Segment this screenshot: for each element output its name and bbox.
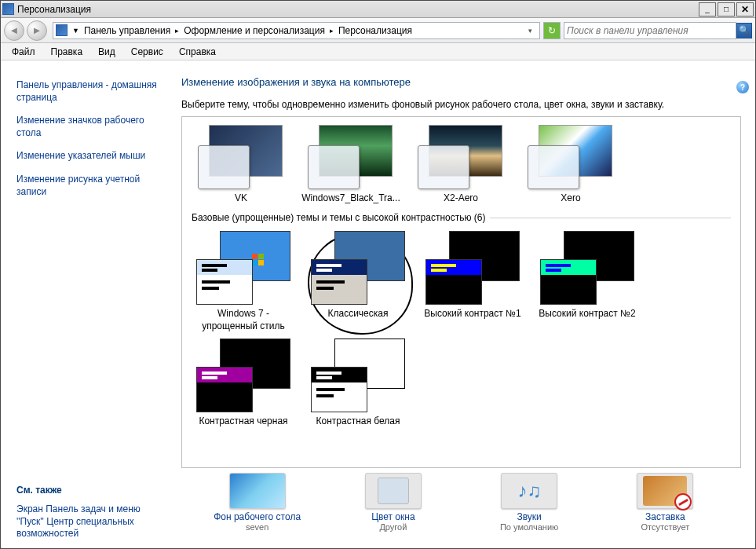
theme-thumb	[418, 125, 504, 189]
sidebar-link-icons[interactable]: Изменение значков рабочего стола	[16, 115, 163, 139]
footer-item-wallpaper[interactable]: Фон рабочего стола seven	[203, 473, 312, 540]
window-titlebar-preview	[197, 368, 252, 382]
forward-button[interactable]: ►	[27, 20, 47, 41]
search-input[interactable]	[567, 25, 733, 36]
search-box[interactable]	[564, 22, 736, 39]
footer-label: Звуки	[517, 511, 541, 522]
window-titlebar-preview	[426, 260, 481, 275]
breadcrumb[interactable]: ▼ Панель управления ▸ Оформление и персо…	[53, 22, 540, 39]
theme-item[interactable]: Xero	[521, 125, 620, 204]
theme-thumb	[308, 125, 394, 189]
breadcrumb-item-2[interactable]: Персонализация	[336, 25, 415, 36]
sidebar: Панель управления - домашняя страница Из…	[1, 60, 173, 548]
screensaver-icon	[637, 473, 693, 509]
footer-sub: seven	[246, 522, 268, 532]
minimize-button[interactable]: _	[699, 2, 716, 16]
footer-sub: Отсутствует	[641, 522, 690, 532]
theme-thumb	[198, 125, 284, 189]
theme-row-installed: VK Windows7_Black_Tra... X2-Aero Xero	[190, 122, 732, 207]
theme-item[interactable]: Высокий контраст №2	[535, 231, 639, 332]
group-basic-text: Базовые (упрощенные) темы и темы с высок…	[192, 212, 485, 223]
window-titlebar-preview	[541, 260, 596, 275]
theme-window-preview	[528, 145, 579, 189]
theme-thumb	[196, 231, 290, 305]
refresh-button[interactable]: ↻	[543, 22, 561, 39]
theme-label: Xero	[561, 192, 580, 204]
divider	[490, 218, 731, 218]
sidebar-link-home[interactable]: Панель управления - домашняя страница	[16, 79, 163, 104]
app-icon	[2, 3, 14, 15]
breadcrumb-dropdown-icon[interactable]: ▾	[523, 23, 537, 38]
theme-label: Классическая	[328, 308, 389, 320]
window-titlebar-preview	[312, 260, 367, 275]
back-button[interactable]: ◄	[4, 20, 24, 41]
see-also-screen[interactable]: Экран	[16, 503, 43, 514]
theme-window-preview	[418, 145, 469, 189]
theme-thumb	[425, 231, 520, 305]
theme-window-preview	[311, 367, 367, 412]
theme-thumb	[540, 231, 634, 305]
window-color-icon	[365, 473, 422, 509]
theme-window-preview	[425, 259, 482, 305]
menu-help[interactable]: Справка	[171, 45, 224, 59]
theme-item[interactable]: Контрастная черная	[192, 339, 295, 427]
theme-label: X2-Aero	[444, 192, 478, 204]
theme-row: Windows 7 - упрощенный стиль Классическа…	[190, 228, 732, 335]
theme-window-preview	[196, 367, 253, 412]
theme-window-preview	[196, 259, 253, 305]
navbar: ◄ ► ▼ Панель управления ▸ Оформление и п…	[1, 18, 755, 43]
theme-item[interactable]: Windows 7 - упрощенный стиль	[192, 231, 295, 332]
chevron-right-icon[interactable]: ▸	[173, 27, 181, 35]
menu-view[interactable]: Вид	[90, 45, 123, 59]
see-also-title: См. также	[16, 485, 163, 496]
theme-item[interactable]: X2-Aero	[411, 125, 510, 204]
theme-item[interactable]: VK	[192, 125, 290, 204]
theme-window-preview	[198, 145, 250, 189]
footer-strip: Фон рабочего стола seven Цвет окна Друго…	[181, 468, 741, 544]
page-description: Выберите тему, чтобы одновременно измени…	[181, 99, 741, 110]
theme-thumb	[311, 231, 405, 305]
footer-item-sounds[interactable]: ♪♫ Звуки По умолчанию	[474, 473, 584, 540]
wallpaper-icon	[229, 473, 286, 509]
theme-thumb	[196, 339, 290, 412]
personalization-window: Персонализация _ □ ✕ ◄ ► ▼ Панель управл…	[0, 0, 756, 549]
theme-thumb	[311, 339, 405, 412]
sounds-icon: ♪♫	[501, 473, 557, 509]
group-basic-label: Базовые (упрощенные) темы и темы с высок…	[192, 212, 732, 223]
window-controls: _ □ ✕	[697, 2, 754, 16]
breadcrumb-item-0[interactable]: Панель управления	[82, 25, 173, 36]
main-content: Изменение изображения и звука на компьют…	[173, 60, 755, 548]
menu-tools[interactable]: Сервис	[123, 45, 171, 59]
control-panel-icon	[56, 24, 68, 36]
theme-row: Контрастная черная Контрастная белая	[190, 335, 732, 430]
page-heading: Изменение изображения и звука на компьют…	[181, 76, 741, 88]
theme-thumb	[528, 125, 614, 189]
maximize-button[interactable]: □	[718, 2, 735, 16]
window-titlebar-preview	[312, 368, 367, 382]
windows-logo-icon	[252, 251, 264, 265]
close-button[interactable]: ✕	[736, 2, 754, 16]
footer-item-screensaver[interactable]: Заставка Отсутствует	[610, 473, 720, 540]
theme-label: Высокий контраст №1	[424, 308, 520, 320]
body: ? Панель управления - домашняя страница …	[1, 60, 755, 548]
window-titlebar-preview	[197, 260, 252, 275]
theme-label: Высокий контраст №2	[539, 308, 635, 320]
theme-item[interactable]: Контрастная белая	[306, 339, 410, 427]
breadcrumb-item-1[interactable]: Оформление и персонализация	[181, 25, 327, 36]
theme-label: Контрастная белая	[316, 415, 400, 427]
theme-label: Windows7_Black_Tra...	[301, 192, 400, 204]
theme-label: Контрастная черная	[199, 415, 287, 427]
chevron-down-icon[interactable]: ▼	[70, 27, 82, 35]
themes-pane: VK Windows7_Black_Tra... X2-Aero Xero Ба…	[181, 116, 741, 468]
sidebar-link-account[interactable]: Изменение рисунка учетной записи	[16, 174, 163, 198]
theme-item[interactable]: Высокий контраст №1	[421, 231, 524, 332]
theme-window-preview	[311, 259, 367, 305]
theme-item[interactable]: Windows7_Black_Tra...	[301, 125, 400, 204]
menu-edit[interactable]: Правка	[43, 45, 91, 59]
footer-item-window-color[interactable]: Цвет окна Другой	[338, 473, 448, 540]
sidebar-link-pointers[interactable]: Изменение указателей мыши	[16, 150, 163, 163]
search-button[interactable]: 🔍	[736, 23, 752, 38]
theme-item[interactable]: Классическая	[306, 231, 410, 332]
menu-file[interactable]: Файл	[4, 45, 43, 59]
chevron-right-icon[interactable]: ▸	[327, 27, 336, 35]
